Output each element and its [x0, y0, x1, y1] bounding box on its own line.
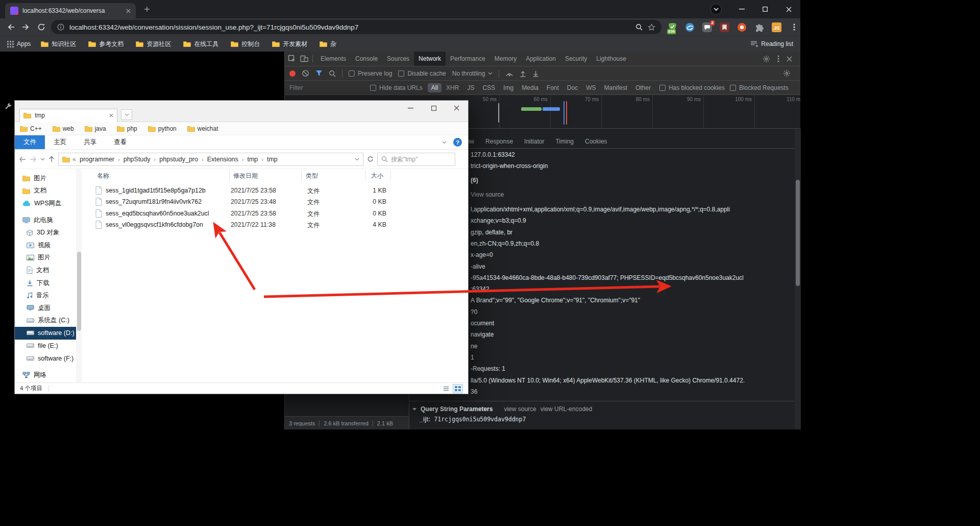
column-separator[interactable]: [365, 171, 365, 181]
back-button[interactable]: [3, 19, 18, 35]
bookmark-folder[interactable]: 在线工具: [183, 40, 218, 49]
explorer-minimize-button[interactable]: [399, 101, 422, 115]
nav-scrollbar-thumb[interactable]: [77, 252, 81, 331]
help-button[interactable]: ?: [453, 138, 462, 147]
bookmark-folder[interactable]: 资源社区: [136, 40, 171, 49]
nav-item[interactable]: 文档: [15, 185, 76, 198]
checkbox[interactable]: [659, 85, 666, 91]
view-source-button[interactable]: View source: [471, 190, 504, 199]
view-source-link[interactable]: view source: [504, 405, 536, 413]
nav-item[interactable]: 此电脑: [15, 214, 76, 227]
search-icon[interactable]: [329, 70, 336, 77]
devtools-tab-memory[interactable]: Memory: [490, 52, 521, 66]
tab-close-icon[interactable]: [126, 9, 131, 13]
site-info-icon[interactable]: [57, 23, 64, 31]
list-view-button[interactable]: [441, 384, 451, 393]
explorer-menu-item[interactable]: 查看: [105, 135, 135, 149]
network-settings-gear-icon[interactable]: [783, 69, 791, 77]
devtools-settings-icon[interactable]: [763, 55, 770, 63]
checkbox[interactable]: [398, 70, 404, 77]
column-separator[interactable]: [301, 171, 302, 181]
filter-pill-manifest[interactable]: Manifest: [601, 83, 631, 92]
blocked-requests-checkbox[interactable]: Blocked Requests: [730, 84, 789, 91]
breadcrumb-item[interactable]: Extensions: [206, 156, 239, 163]
puzzle-icon[interactable]: [754, 22, 764, 32]
browser-status-icon[interactable]: [710, 4, 722, 15]
inspect-icon[interactable]: [288, 55, 296, 63]
nav-item[interactable]: 桌面: [15, 302, 76, 315]
detail-tab-cookies[interactable]: Cookies: [579, 135, 612, 148]
devtools-tab-application[interactable]: Application: [521, 52, 560, 66]
devtools-tab-performance[interactable]: Performance: [446, 52, 490, 66]
pinned-folder-shortcut[interactable]: weichat: [187, 125, 218, 132]
reading-list-button[interactable]: Reading list: [750, 40, 793, 47]
clipper-icon[interactable]: [720, 22, 729, 32]
maximize-button[interactable]: [753, 0, 777, 18]
bookmark-folder[interactable]: 知识社区: [41, 40, 76, 49]
filter-pill-js[interactable]: JS: [463, 83, 478, 92]
zoom-icon[interactable]: [635, 23, 643, 31]
file-row[interactable]: sess_vl0eggsqvscf1kfn6cfdobg7on2021/7/22…: [82, 220, 469, 231]
filter-pill-font[interactable]: Font: [543, 83, 562, 92]
nav-item[interactable]: 3D 对象: [15, 226, 76, 239]
detail-tab-response[interactable]: Response: [480, 135, 519, 148]
bookmark-star-icon[interactable]: [648, 23, 655, 31]
history-dropdown-icon[interactable]: [40, 158, 45, 161]
network-filter-input[interactable]: [289, 84, 365, 91]
view-url-encoded-link[interactable]: view URL-encoded: [541, 405, 592, 413]
devtools-tab-elements[interactable]: Elements: [316, 52, 351, 66]
filter-pill-doc[interactable]: Doc: [564, 83, 581, 92]
filter-funnel-icon[interactable]: [315, 70, 323, 77]
clear-icon[interactable]: [302, 69, 309, 77]
throttling-dropdown[interactable]: No throttling: [452, 70, 493, 77]
breadcrumb-item[interactable]: phpStudy: [122, 156, 152, 163]
detail-tab-timing[interactable]: Timing: [550, 135, 579, 148]
nav-item[interactable]: 系统盘 (C:): [15, 315, 76, 327]
breadcrumb-item[interactable]: phpstudy_pro: [158, 156, 199, 163]
url-input[interactable]: [69, 23, 630, 31]
pinned-folder-shortcut[interactable]: web: [53, 125, 74, 132]
pinned-folder-shortcut[interactable]: C++: [20, 125, 42, 132]
pinned-folder-shortcut[interactable]: python: [148, 125, 177, 132]
orange-ext-icon[interactable]: [737, 22, 747, 32]
nav-item[interactable]: 下载: [15, 277, 76, 290]
preserve-log-checkbox[interactable]: Preserve log: [349, 70, 392, 77]
nav-item[interactable]: 图片: [15, 172, 76, 185]
file-row[interactable]: sess_eqd5bcsqhav60n5noe3uak2ucl2021/7/25…: [82, 208, 469, 220]
filter-pill-ws[interactable]: WS: [582, 83, 599, 92]
column-separator[interactable]: [229, 171, 230, 181]
hide-data-urls-checkbox[interactable]: Hide data URLs: [370, 84, 423, 91]
apps-shortcut[interactable]: Apps: [7, 40, 31, 47]
import-har-icon[interactable]: [520, 70, 526, 77]
devtools-tab-network[interactable]: Network: [414, 52, 446, 66]
nav-item[interactable]: WPS网盘: [15, 197, 76, 210]
column-header[interactable]: 类型: [306, 172, 318, 180]
browser-tab[interactable]: localhost:63342/web/conversa: [5, 3, 136, 18]
browser-menu-icon[interactable]: [787, 19, 802, 35]
nav-up-icon[interactable]: [48, 156, 55, 162]
nav-item[interactable]: software (D:): [15, 327, 76, 340]
export-har-icon[interactable]: [532, 70, 539, 77]
explorer-new-tab-button[interactable]: [121, 109, 132, 120]
explorer-search-input[interactable]: [391, 156, 447, 163]
file-row[interactable]: sess_1gid1tgad1t5f15e8p5ga7p12b2021/7/25…: [82, 185, 469, 197]
column-separator[interactable]: [390, 171, 391, 181]
network-conditions-icon[interactable]: [505, 70, 513, 77]
new-tab-button[interactable]: [144, 6, 150, 12]
filter-pill-xhr[interactable]: XHR: [443, 83, 462, 92]
breadcrumb[interactable]: « programmer›phpStudy›phpstudy_pro›Exten…: [58, 153, 363, 166]
adguard-icon[interactable]: 836: [668, 22, 677, 32]
explorer-search-box[interactable]: [377, 153, 455, 166]
address-bar[interactable]: [51, 20, 662, 34]
filter-pill-css[interactable]: CSS: [479, 83, 499, 92]
devtools-tab-lighthouse[interactable]: Lighthouse: [592, 52, 631, 66]
devtools-tab-console[interactable]: Console: [351, 52, 382, 66]
explorer-menu-item[interactable]: 文件: [15, 135, 45, 149]
filter-pill-img[interactable]: Img: [500, 83, 517, 92]
devtools-menu-icon[interactable]: [777, 55, 779, 62]
nav-back-icon[interactable]: [19, 156, 26, 162]
nav-item[interactable]: software (F:): [15, 352, 76, 365]
nav-item[interactable]: 文档: [15, 264, 76, 277]
detail-tab-initiator[interactable]: Initiator: [519, 135, 550, 148]
bookmark-folder[interactable]: 开发素材: [272, 40, 307, 49]
